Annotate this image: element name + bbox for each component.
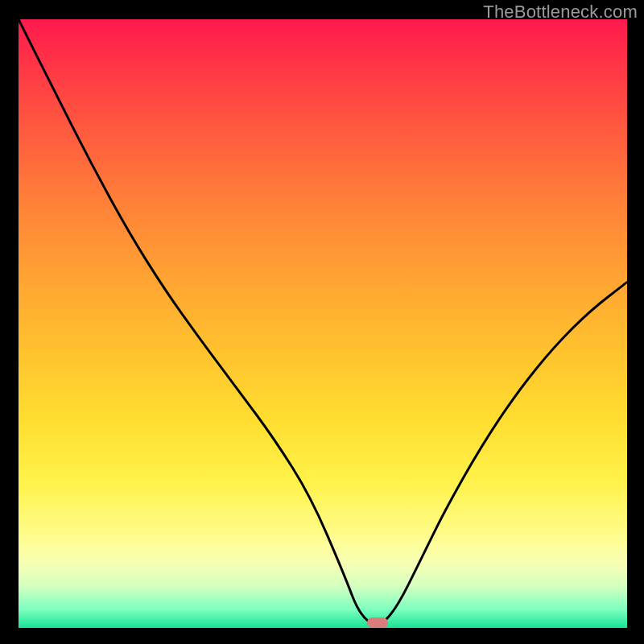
bottleneck-curve <box>19 19 627 628</box>
optimal-point-marker <box>367 617 388 628</box>
watermark-text: TheBottleneck.com <box>483 2 638 23</box>
chart-container: TheBottleneck.com <box>0 0 644 644</box>
bottleneck-curve-path <box>19 19 627 624</box>
